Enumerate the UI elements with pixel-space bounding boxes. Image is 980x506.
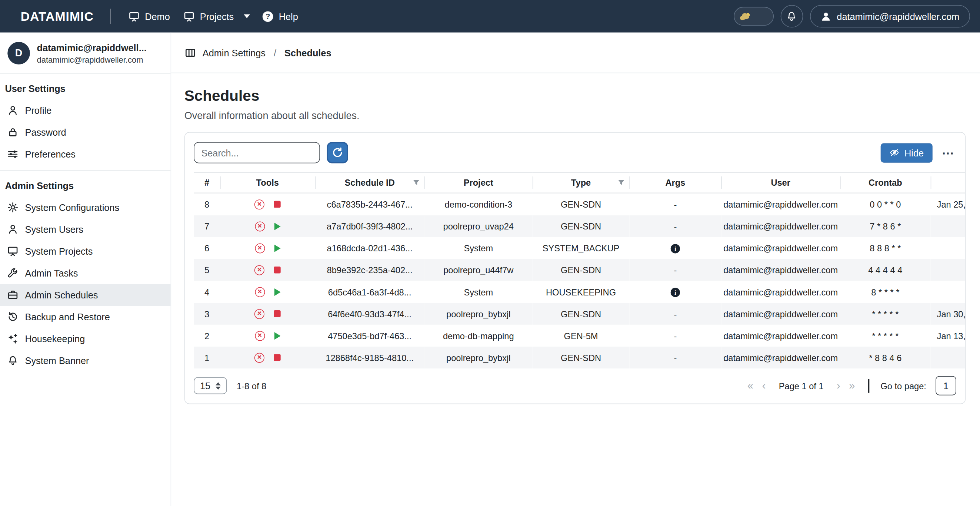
schedule-id-cell: 8b9e392c-235a-402...	[315, 259, 425, 281]
sidebar-item-system-configurations[interactable]: System Configurations	[0, 196, 171, 218]
args-cell: -	[629, 193, 721, 215]
crontab-cell: 4 4 4 4 4	[840, 259, 931, 281]
eye-slash-icon	[889, 148, 900, 158]
sidebar-item-system-users[interactable]: System Users	[0, 218, 171, 240]
run-toggle-icon[interactable]	[274, 267, 281, 274]
avatar: D	[7, 42, 30, 64]
type-cell: GEN-SDN	[533, 193, 630, 215]
sidebar-item-admin-tasks[interactable]: Admin Tasks	[0, 262, 171, 284]
user-cell: datamimic@rapiddweller.com	[721, 346, 840, 369]
table-footer: 15 1-8 of 8 Page 1 of 1 Go to page:	[194, 376, 965, 395]
run-toggle-icon[interactable]	[274, 288, 280, 295]
help-button[interactable]: Help	[256, 6, 305, 27]
sidebar-item-label: Admin Tasks	[25, 268, 78, 278]
tools-group	[221, 309, 315, 319]
filter-icon[interactable]	[413, 179, 420, 187]
sparkles-icon	[7, 333, 18, 344]
projects-button[interactable]: Projects	[177, 6, 240, 27]
breadcrumb: Admin Settings / Schedules	[171, 33, 980, 73]
filter-icon[interactable]	[617, 179, 625, 187]
refresh-icon	[332, 147, 343, 158]
tools-group	[221, 265, 315, 275]
run-toggle-icon[interactable]	[274, 310, 281, 317]
cancel-icon[interactable]	[255, 265, 264, 275]
sidebar-item-password[interactable]: Password	[0, 121, 171, 143]
cancel-icon[interactable]	[255, 309, 264, 319]
demo-button[interactable]: Demo	[122, 6, 177, 27]
table-header: # Tools Schedule ID	[194, 172, 965, 193]
table-row: 2 4750e3d5-bd7f-463... demo-db-mapping	[194, 325, 965, 346]
sidebar-item-housekeeping[interactable]: Housekeeping	[0, 328, 171, 350]
sidebar-item-system-projects[interactable]: System Projects	[0, 240, 171, 262]
args-cell: -	[629, 303, 721, 325]
run-toggle-icon[interactable]	[274, 244, 280, 252]
ellipsis-icon: ⋯	[942, 146, 954, 159]
info-icon[interactable]	[671, 288, 680, 297]
project-cell: System	[425, 237, 533, 259]
breadcrumb-parent[interactable]: Admin Settings	[203, 47, 266, 58]
refresh-button[interactable]	[327, 142, 348, 163]
sidebar-item-preferences[interactable]: Preferences	[0, 143, 171, 165]
next-page-button[interactable]	[834, 380, 843, 391]
more-options-button[interactable]: ⋯	[939, 147, 956, 159]
user-settings-nav: Profile Password Preferences	[0, 99, 171, 165]
screen-icon	[129, 11, 139, 22]
sidebar-item-backup-and-restore[interactable]: Backup and Restore	[0, 306, 171, 328]
type-cell: GEN-SDN	[533, 215, 630, 237]
notifications-button[interactable]	[780, 5, 803, 28]
user-menu-button[interactable]: datamimic@rapiddweller.com	[810, 5, 970, 28]
table-header-row: # Tools Schedule ID	[194, 172, 965, 193]
last-page-button[interactable]	[846, 380, 858, 391]
sidebar-user[interactable]: D datamimic@rapiddwell... datamimic@rapi…	[0, 33, 171, 74]
page-size-select[interactable]: 15	[194, 377, 227, 394]
table-toolbar: Hide ⋯	[194, 142, 965, 163]
tools-group	[221, 199, 315, 209]
cancel-icon[interactable]	[255, 330, 265, 341]
sidebar-item-admin-schedules[interactable]: Admin Schedules	[0, 284, 171, 306]
user-cell: datamimic@rapiddweller.com	[721, 281, 840, 303]
next-run-cell	[931, 215, 965, 237]
column-header: Crontab	[840, 172, 931, 193]
crontab-cell: 7 * 8 6 *	[840, 215, 931, 237]
hide-button-label: Hide	[904, 147, 924, 158]
cancel-icon[interactable]	[255, 243, 265, 253]
crontab-cell: * * * * *	[840, 303, 931, 325]
sidebar-item-profile[interactable]: Profile	[0, 99, 171, 121]
run-toggle-icon[interactable]	[274, 222, 280, 230]
theme-toggle[interactable]	[734, 7, 774, 26]
cancel-icon[interactable]	[255, 199, 264, 209]
type-cell: SYSTEM_BACKUP	[533, 237, 630, 259]
search-input[interactable]	[194, 142, 320, 163]
cancel-icon[interactable]	[255, 287, 265, 297]
sidebar-item-label: System Banner	[25, 356, 89, 366]
cancel-icon[interactable]	[255, 353, 264, 362]
cancel-icon[interactable]	[255, 221, 265, 231]
goto-page-input[interactable]	[935, 376, 956, 395]
page-size-stepper-icon	[216, 382, 221, 389]
footer-divider	[868, 379, 869, 393]
previous-page-button[interactable]	[759, 380, 768, 391]
info-icon[interactable]	[671, 244, 680, 253]
args-cell: -	[629, 215, 721, 237]
run-toggle-icon[interactable]	[274, 201, 281, 208]
hide-columns-button[interactable]: Hide	[881, 143, 932, 162]
args-cell: -	[629, 346, 721, 369]
column-header: Type	[533, 172, 630, 193]
demo-button-label: Demo	[145, 11, 170, 22]
sidebar-item-label: Password	[25, 127, 66, 138]
column-header: Project	[425, 172, 533, 193]
run-toggle-icon[interactable]	[274, 332, 280, 339]
args-value: -	[674, 353, 677, 362]
first-page-button[interactable]	[745, 380, 757, 391]
projects-dropdown-button[interactable]	[238, 9, 256, 23]
next-run-cell	[931, 237, 965, 259]
column-header-label: #	[204, 177, 209, 188]
schedule-id-cell: 64f6e4f0-93d3-47f4...	[315, 303, 425, 325]
sidebar-item-system-banner[interactable]: System Banner	[0, 350, 171, 372]
run-toggle-icon[interactable]	[274, 354, 281, 361]
brand-logo[interactable]: DATAMIMIC	[21, 9, 94, 23]
sidebar-user-email: datamimic@rapiddweller.com	[37, 55, 147, 64]
column-header-label: Type	[571, 177, 591, 188]
args-cell	[629, 237, 721, 259]
columns-icon	[185, 47, 196, 58]
